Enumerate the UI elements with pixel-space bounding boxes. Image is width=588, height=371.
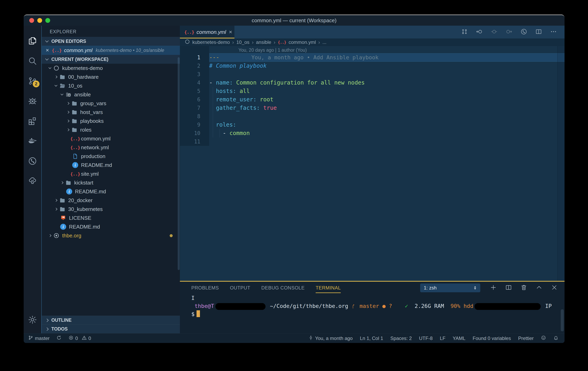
breadcrumb-item[interactable]: kubernetes-demo [192,40,230,45]
language-mode[interactable]: YAML [453,336,465,341]
split-terminal-icon[interactable] [505,284,512,292]
tree-item-00-hardware[interactable]: 00_hardware [42,72,180,81]
titlebar[interactable]: common.yml — current (Workspace) [24,15,565,26]
vscode-window: common.yml — current (Workspace) 2 EXPLO… [24,14,565,343]
new-terminal-icon[interactable] [490,284,497,292]
todos-section[interactable]: TODOS [42,324,180,333]
code-line-8[interactable]: 8 [180,112,565,120]
indentation[interactable]: Spaces: 2 [390,336,412,341]
split-editor-icon[interactable] [535,28,542,36]
zoom-window-button[interactable] [45,18,50,23]
open-changes-icon[interactable] [461,28,468,36]
eol[interactable]: LF [440,336,445,341]
kill-terminal-icon[interactable] [520,284,527,292]
code-line-7[interactable]: 7 gather_facts: true [180,104,565,112]
code-line-5[interactable]: 5 hosts: all [180,87,565,95]
editor-scrollbar[interactable] [557,46,565,281]
tab-common-yml[interactable]: {..} common.yml × [180,26,234,39]
code-line-9[interactable]: 9 roles: [180,120,565,129]
activity-gitlens[interactable] [24,151,42,171]
panel-tab-problems[interactable]: PROBLEMS [191,282,219,294]
terminal-input-line[interactable]: $ [191,310,565,318]
blame-status[interactable]: You, a month ago [308,335,353,341]
tree-item-readme-md[interactable]: iREADME.md [42,187,180,196]
code-line-10[interactable]: 10 - common [180,129,565,137]
maximize-panel-icon[interactable] [536,284,543,292]
tree-item-readme-md[interactable]: iREADME.md [42,222,180,231]
previous-change-icon[interactable] [476,28,483,36]
sync-status[interactable] [56,335,62,341]
token: common [230,130,250,136]
tree-item-20-docker[interactable]: 20_docker [42,196,180,205]
panel-tab-output[interactable]: OUTPUT [230,282,250,294]
breadcrumb-item[interactable]: ... [323,40,326,45]
breadcrumb-item[interactable]: common.yml [289,40,316,45]
code-editor[interactable]: You, 20 days ago | 1 author (You) 1---Yo… [180,46,565,281]
feedback[interactable] [541,335,546,341]
tree-item-readme-md[interactable]: iREADME.md [42,161,180,170]
terminal[interactable]: I thbe@T ~/Code/git/thbe/thbe.org master… [180,294,565,318]
tree-item-30-kubernetes[interactable]: 30_kubernetes [42,205,180,213]
gitlens-graph-icon[interactable] [520,28,527,36]
breadcrumb-item[interactable]: 10_os [236,40,249,45]
tree-item-network-yml[interactable]: {..}network.yml [42,143,180,152]
todos-label: TODOS [51,326,68,332]
panel-tab-terminal[interactable]: TERMINAL [316,282,341,294]
problems-status[interactable]: 00 [68,335,91,341]
close-panel-icon[interactable] [551,284,558,292]
code-line-2[interactable]: 2# Common playbook [180,62,565,70]
tree-item-site-yml[interactable]: {..}site.yml [42,170,180,178]
tree-item-playbooks[interactable]: playbooks [42,117,180,125]
breadcrumb-item[interactable]: ansible [256,40,271,45]
tree-item-roles[interactable]: roles [42,125,180,134]
more-actions-icon[interactable] [550,28,557,36]
tree-item-group-vars[interactable]: group_vars [42,99,180,108]
current-change-icon[interactable] [491,28,498,36]
next-change-icon[interactable] [505,28,512,36]
workspace-header[interactable]: CURRENT (WORKSPACE) [42,55,180,64]
terminal-shell-select[interactable]: 1: zsh [420,283,480,292]
tree-item-10-os[interactable]: 10_os [42,81,180,90]
formatter[interactable]: Prettier [518,336,534,341]
open-editors-header[interactable]: OPEN EDITORS [42,37,180,46]
close-tab-icon[interactable]: × [229,29,232,35]
code-line-4[interactable]: 4- name: Common configuration for all ne… [180,79,565,87]
activity-settings[interactable] [24,310,42,330]
code-line-1[interactable]: 1---You, a month ago • Add Ansible playb… [180,53,565,62]
tree-item-thbe-org[interactable]: thbe.org [42,231,180,240]
codelens-link[interactable]: You, 20 days ago | 1 author (You) [239,46,307,53]
code-text [209,70,565,79]
activity-source-control[interactable]: 2 [24,71,42,91]
notifications[interactable] [553,335,558,341]
encoding[interactable]: UTF-8 [419,336,433,341]
close-icon[interactable]: × [46,47,49,53]
tree-item-ansible[interactable]: Aansible [42,90,180,99]
tree-item-production[interactable]: production [42,152,180,161]
panel-tab-debug-console[interactable]: DEBUG CONSOLE [261,282,305,294]
activity-debug[interactable] [24,91,42,111]
terminal-scrollbar[interactable] [561,309,564,331]
code-line-11[interactable]: 11 [180,137,565,146]
sidebar-scrollbar[interactable] [178,57,180,270]
activity-docker[interactable] [24,131,42,151]
tree-item-license[interactable]: LICENSE [42,213,180,222]
activity-todo-tree[interactable] [24,171,42,191]
git-branch-status[interactable]: master [28,335,50,341]
activity-extensions[interactable] [24,111,42,131]
tree-item-host-vars[interactable]: host_vars [42,108,180,117]
variables-found[interactable]: Found 0 variables [473,336,511,341]
outline-section[interactable]: OUTLINE [42,316,180,324]
cursor-position[interactable]: Ln 1, Col 1 [360,336,383,341]
code-line-3[interactable]: 3 [180,70,565,79]
git-branch-icon [351,303,356,309]
activity-search[interactable] [24,51,42,71]
minimize-window-button[interactable] [37,18,42,23]
open-editor-item[interactable]: × {..} common.yml kubernetes-demo • 10_o… [42,46,180,55]
activity-explorer[interactable] [24,31,42,51]
close-window-button[interactable] [29,18,34,23]
token: - [209,130,230,136]
code-line-6[interactable]: 6 remote_user: root [180,95,565,104]
tree-item-kubernetes-demo[interactable]: kubernetes-demo [42,64,180,72]
tree-item-common-yml[interactable]: {..}common.yml [42,134,180,143]
tree-item-kickstart[interactable]: kickstart [42,178,180,187]
